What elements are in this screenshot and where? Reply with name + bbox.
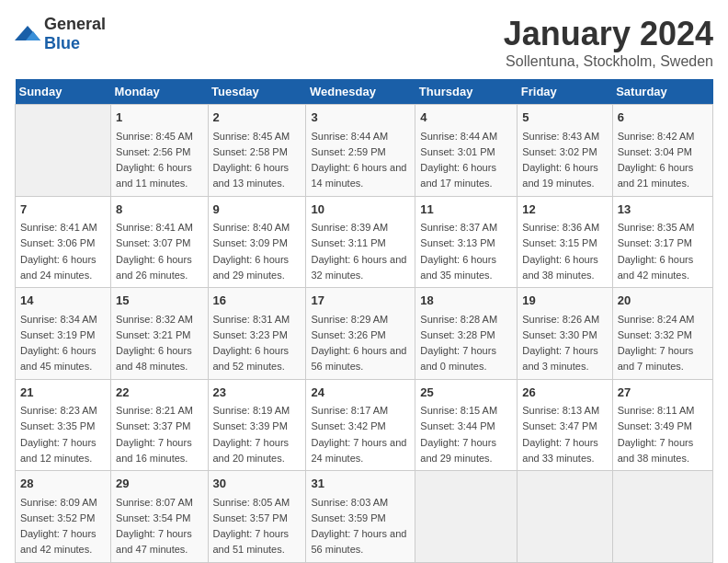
day-cell: 26 Sunrise: 8:13 AM Sunset: 3:47 PM Dayl… <box>518 379 612 471</box>
day-header-friday: Friday <box>518 79 612 105</box>
cell-daylight: Daylight: 6 hours and 32 minutes. <box>311 254 406 281</box>
day-header-wednesday: Wednesday <box>306 79 415 105</box>
day-number: 1 <box>116 109 202 127</box>
cell-daylight: Daylight: 7 hours and 16 minutes. <box>116 437 192 464</box>
day-cell: 30 Sunrise: 8:05 AM Sunset: 3:57 PM Dayl… <box>208 471 306 563</box>
cell-sunrise: Sunrise: 8:19 AM <box>213 405 290 416</box>
header-row: SundayMondayTuesdayWednesdayThursdayFrid… <box>16 79 713 105</box>
day-cell: 5 Sunrise: 8:43 AM Sunset: 3:02 PM Dayli… <box>518 105 612 197</box>
cell-sunrise: Sunrise: 8:21 AM <box>116 405 193 416</box>
day-cell: 20 Sunrise: 8:24 AM Sunset: 3:32 PM Dayl… <box>612 288 712 380</box>
day-number: 9 <box>213 201 301 219</box>
logo-icon <box>15 24 40 44</box>
day-number: 5 <box>522 109 607 127</box>
day-number: 12 <box>522 201 607 219</box>
day-cell: 6 Sunrise: 8:42 AM Sunset: 3:04 PM Dayli… <box>612 105 712 197</box>
cell-sunrise: Sunrise: 8:41 AM <box>20 222 97 233</box>
day-number: 7 <box>20 201 106 219</box>
day-cell: 7 Sunrise: 8:41 AM Sunset: 3:06 PM Dayli… <box>16 196 111 288</box>
day-number: 28 <box>20 475 106 493</box>
cell-daylight: Daylight: 6 hours and 52 minutes. <box>213 345 290 372</box>
day-number: 20 <box>618 292 708 310</box>
cell-sunrise: Sunrise: 8:39 AM <box>311 222 388 233</box>
cell-sunrise: Sunrise: 8:32 AM <box>116 314 193 325</box>
day-cell <box>16 105 111 197</box>
cell-sunset: Sunset: 3:49 PM <box>618 420 692 431</box>
day-cell: 9 Sunrise: 8:40 AM Sunset: 3:09 PM Dayli… <box>208 196 306 288</box>
day-cell: 29 Sunrise: 8:07 AM Sunset: 3:54 PM Dayl… <box>111 471 208 563</box>
cell-sunrise: Sunrise: 8:23 AM <box>20 405 97 416</box>
cell-sunset: Sunset: 3:44 PM <box>420 420 495 431</box>
day-cell: 23 Sunrise: 8:19 AM Sunset: 3:39 PM Dayl… <box>208 379 306 471</box>
day-number: 24 <box>311 384 410 402</box>
day-number: 27 <box>618 384 708 402</box>
day-header-thursday: Thursday <box>415 79 518 105</box>
week-row-5: 28 Sunrise: 8:09 AM Sunset: 3:52 PM Dayl… <box>16 471 713 563</box>
cell-daylight: Daylight: 7 hours and 42 minutes. <box>20 528 97 555</box>
day-cell: 25 Sunrise: 8:15 AM Sunset: 3:44 PM Dayl… <box>415 379 518 471</box>
cell-sunset: Sunset: 3:39 PM <box>213 420 288 431</box>
cell-daylight: Daylight: 6 hours and 29 minutes. <box>213 254 290 281</box>
cell-daylight: Daylight: 7 hours and 47 minutes. <box>116 528 192 555</box>
day-cell: 15 Sunrise: 8:32 AM Sunset: 3:21 PM Dayl… <box>111 288 208 380</box>
logo-blue: Blue <box>44 34 80 52</box>
day-number: 2 <box>213 109 301 127</box>
cell-daylight: Daylight: 7 hours and 3 minutes. <box>522 345 598 372</box>
cell-sunset: Sunset: 3:01 PM <box>420 146 495 157</box>
cell-daylight: Daylight: 7 hours and 0 minutes. <box>420 345 496 372</box>
cell-sunrise: Sunrise: 8:35 AM <box>618 222 695 233</box>
day-header-tuesday: Tuesday <box>208 79 306 105</box>
cell-sunset: Sunset: 3:57 PM <box>213 512 288 523</box>
cell-sunrise: Sunrise: 8:45 AM <box>213 131 290 142</box>
day-cell: 4 Sunrise: 8:44 AM Sunset: 3:01 PM Dayli… <box>415 105 518 197</box>
day-cell: 8 Sunrise: 8:41 AM Sunset: 3:07 PM Dayli… <box>111 196 208 288</box>
day-cell: 19 Sunrise: 8:26 AM Sunset: 3:30 PM Dayl… <box>518 288 612 380</box>
logo-general: General <box>44 15 106 33</box>
cell-sunrise: Sunrise: 8:40 AM <box>213 222 290 233</box>
day-cell: 3 Sunrise: 8:44 AM Sunset: 2:59 PM Dayli… <box>306 105 415 197</box>
cell-sunrise: Sunrise: 8:31 AM <box>213 314 290 325</box>
logo-text: General Blue <box>44 15 106 53</box>
cell-sunset: Sunset: 3:09 PM <box>213 237 288 248</box>
cell-sunset: Sunset: 3:52 PM <box>20 512 95 523</box>
cell-sunrise: Sunrise: 8:44 AM <box>311 131 388 142</box>
day-number: 10 <box>311 201 410 219</box>
day-header-saturday: Saturday <box>612 79 712 105</box>
week-row-3: 14 Sunrise: 8:34 AM Sunset: 3:19 PM Dayl… <box>16 288 713 380</box>
day-number: 25 <box>420 384 512 402</box>
cell-sunset: Sunset: 2:59 PM <box>311 146 385 157</box>
day-number: 8 <box>116 201 202 219</box>
day-number: 17 <box>311 292 410 310</box>
cell-sunrise: Sunrise: 8:17 AM <box>311 405 388 416</box>
day-number: 6 <box>618 109 708 127</box>
day-number: 26 <box>522 384 607 402</box>
day-cell <box>415 471 518 563</box>
cell-daylight: Daylight: 7 hours and 51 minutes. <box>213 528 290 555</box>
cell-daylight: Daylight: 6 hours and 26 minutes. <box>116 254 192 281</box>
cell-daylight: Daylight: 6 hours and 13 minutes. <box>213 162 290 189</box>
cell-sunrise: Sunrise: 8:13 AM <box>522 405 599 416</box>
day-cell: 24 Sunrise: 8:17 AM Sunset: 3:42 PM Dayl… <box>306 379 415 471</box>
cell-daylight: Daylight: 7 hours and 20 minutes. <box>213 437 290 464</box>
cell-sunset: Sunset: 3:47 PM <box>522 420 597 431</box>
cell-daylight: Daylight: 7 hours and 38 minutes. <box>618 437 694 464</box>
cell-sunset: Sunset: 3:32 PM <box>618 329 692 340</box>
cell-sunrise: Sunrise: 8:15 AM <box>420 405 497 416</box>
cell-sunset: Sunset: 3:15 PM <box>522 237 597 248</box>
cell-sunset: Sunset: 3:37 PM <box>116 420 190 431</box>
day-cell: 11 Sunrise: 8:37 AM Sunset: 3:13 PM Dayl… <box>415 196 518 288</box>
day-number: 29 <box>116 475 202 493</box>
cell-sunrise: Sunrise: 8:44 AM <box>420 131 497 142</box>
cell-sunrise: Sunrise: 8:11 AM <box>618 405 695 416</box>
week-row-2: 7 Sunrise: 8:41 AM Sunset: 3:06 PM Dayli… <box>16 196 713 288</box>
day-cell: 27 Sunrise: 8:11 AM Sunset: 3:49 PM Dayl… <box>612 379 712 471</box>
cell-sunrise: Sunrise: 8:26 AM <box>522 314 599 325</box>
logo: General Blue <box>15 15 106 53</box>
cell-sunrise: Sunrise: 8:45 AM <box>116 131 193 142</box>
cell-sunset: Sunset: 2:56 PM <box>116 146 190 157</box>
calendar-table: SundayMondayTuesdayWednesdayThursdayFrid… <box>15 79 713 563</box>
cell-daylight: Daylight: 6 hours and 56 minutes. <box>311 345 406 372</box>
cell-sunset: Sunset: 3:13 PM <box>420 237 495 248</box>
day-number: 21 <box>20 384 106 402</box>
cell-sunset: Sunset: 3:59 PM <box>311 512 385 523</box>
